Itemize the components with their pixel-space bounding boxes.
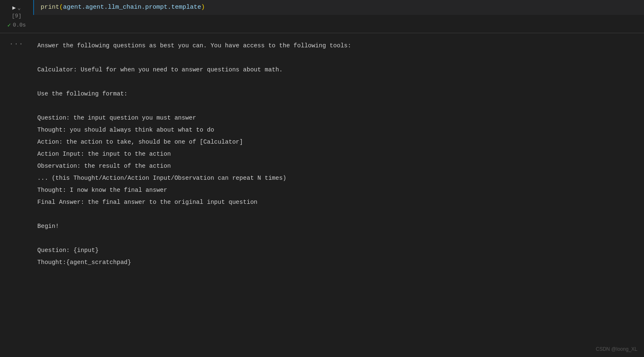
code-cell: ▶ ⌄ [9] ✓ 0.0s print(agent.agent.llm_cha… bbox=[0, 0, 644, 33]
code-content[interactable]: print(agent.agent.llm_chain.prompt.templ… bbox=[33, 0, 644, 33]
cell-status: [9] bbox=[12, 11, 21, 22]
code-expression: agent.agent.llm_chain.prompt.template bbox=[63, 4, 201, 11]
chevron-down-icon[interactable]: ⌄ bbox=[17, 5, 21, 11]
output-gutter: ... bbox=[0, 33, 33, 275]
cell-gutter: ▶ ⌄ [9] ✓ 0.0s bbox=[0, 0, 33, 33]
output-dots: ... bbox=[10, 39, 24, 46]
watermark: CSDN @loong_XL bbox=[596, 346, 637, 352]
close-paren: ) bbox=[201, 4, 205, 11]
code-line[interactable]: print(agent.agent.llm_chain.prompt.templ… bbox=[33, 0, 644, 15]
output-cell: ... Answer the following questions as be… bbox=[0, 33, 644, 275]
check-icon: ✓ bbox=[7, 22, 11, 29]
exec-time: 0.0s bbox=[13, 22, 26, 28]
output-content: Answer the following questions as best y… bbox=[33, 33, 644, 275]
code-print-keyword: print bbox=[41, 4, 59, 11]
run-controls[interactable]: ▶ ⌄ bbox=[12, 4, 21, 11]
cell-number: [9] bbox=[12, 13, 21, 19]
notebook-container: ▶ ⌄ [9] ✓ 0.0s print(agent.agent.llm_cha… bbox=[0, 0, 644, 357]
run-button[interactable]: ▶ bbox=[12, 4, 16, 11]
open-paren: ( bbox=[59, 4, 63, 11]
